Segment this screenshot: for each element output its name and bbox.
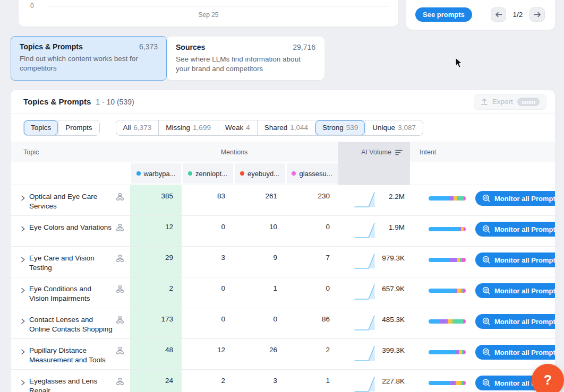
table-row[interactable]: Pupillary Distance Measurement and Tools…	[11, 339, 555, 370]
table-row[interactable]: Eyeglasses and Lens Repair 24 2 3 1 227.…	[11, 370, 555, 392]
toggle-prompts[interactable]: Prompts	[58, 120, 99, 135]
monitor-all-prompts-button[interactable]: @ Monitor all Prompts	[475, 191, 555, 206]
topic-name[interactable]: Contact Lenses and Online Contacts Shopp…	[29, 315, 113, 334]
mention-count: 0	[234, 308, 286, 338]
trend-sparkline	[353, 283, 378, 304]
filter-weak[interactable]: Weak4	[218, 120, 257, 135]
expand-chevron-icon[interactable]	[20, 224, 25, 234]
filter-label: Unique	[372, 124, 395, 132]
page-indicator: 1/2	[509, 11, 526, 19]
tab-description: See where LLMs find information about yo…	[176, 55, 315, 74]
mention-count: 0	[182, 216, 234, 246]
prompt-magnifier-icon: @	[482, 256, 491, 264]
brand-dot-icon	[188, 171, 192, 176]
mention-count: 385	[130, 185, 182, 215]
svg-text:@: @	[484, 195, 488, 200]
table-body: Optical and Eye Care Services 385 83 261…	[11, 185, 555, 392]
expand-chevron-icon[interactable]	[20, 378, 25, 388]
filter-shared[interactable]: Shared1,044	[257, 120, 315, 135]
filter-count: 539	[346, 124, 358, 132]
export-button[interactable]: Export soon	[474, 94, 546, 110]
soon-badge: soon	[517, 98, 540, 106]
intent-bar	[429, 381, 466, 385]
table-row[interactable]: Eye Conditions and Vision Impairments 2 …	[11, 277, 555, 308]
ai-volume-value: 227.8K	[378, 375, 405, 385]
topic-name[interactable]: Pupillary Distance Measurement and Tools	[29, 346, 113, 365]
brand-column-eyebuydirect[interactable]: eyebuyd...	[235, 163, 285, 184]
hierarchy-icon	[116, 347, 124, 356]
topic-name[interactable]: Eye Colors and Variations	[29, 223, 113, 232]
toggle-topics[interactable]: Topics	[24, 120, 58, 135]
monitor-all-prompts-button[interactable]: @ Monitor all Prompts	[475, 345, 555, 360]
ai-volume-value: 979.3K	[378, 252, 405, 262]
mention-count: 230	[286, 185, 338, 215]
monitor-button-label: Monitor all Prompts	[494, 195, 555, 203]
table-row[interactable]: Optical and Eye Care Services 385 83 261…	[11, 185, 555, 216]
prompt-magnifier-icon: @	[482, 379, 491, 387]
brand-column-warbyparker[interactable]: warbypa...	[131, 163, 181, 184]
upload-icon	[481, 98, 488, 106]
expand-chevron-icon[interactable]	[20, 286, 25, 295]
svg-text:@: @	[484, 226, 488, 231]
filter-label: Missing	[166, 124, 190, 132]
filter-label: All	[123, 124, 131, 132]
arrow-left-icon	[495, 12, 502, 18]
filter-label: Strong	[322, 124, 344, 132]
help-button[interactable]: ?	[532, 364, 564, 392]
topic-name[interactable]: Eyeglasses and Lens Repair	[29, 377, 113, 392]
mention-count: 83	[182, 185, 234, 215]
table-row[interactable]: Eye Colors and Variations 12 0 10 0 1.9M…	[11, 216, 555, 247]
filter-missing[interactable]: Missing1,699	[158, 120, 218, 135]
table-row[interactable]: Contact Lenses and Online Contacts Shopp…	[11, 308, 555, 339]
mention-count: 29	[130, 247, 182, 277]
monitor-all-prompts-button[interactable]: @ Monitor all Prompts	[475, 283, 555, 298]
topics-prompts-table-card: Topics & Prompts 1 - 10 (539) Export soo…	[11, 90, 555, 392]
expand-chevron-icon[interactable]	[20, 317, 25, 326]
view-toggle: Topics Prompts	[23, 120, 100, 136]
mention-count: 10	[234, 216, 286, 246]
mention-count: 2	[130, 277, 182, 308]
monitor-all-prompts-button[interactable]: @ Monitor all Prompts	[475, 222, 555, 237]
brand-column-glassesusa[interactable]: glassesu...	[287, 163, 338, 184]
mention-count: 12	[130, 216, 182, 246]
prompt-magnifier-icon: @	[482, 317, 491, 326]
mention-count: 0	[182, 308, 234, 338]
next-page-button[interactable]	[529, 7, 545, 22]
filter-unique[interactable]: Unique3,087	[365, 120, 423, 135]
tab-topics-and-prompts[interactable]: Topics & Prompts 6,373 Find out which co…	[11, 36, 167, 81]
mention-count: 9	[234, 247, 286, 277]
mention-count: 12	[182, 339, 234, 369]
prompts-actions-card: See prompts 1/2	[406, 0, 555, 30]
brand-column-zennioptical[interactable]: zenniopt...	[183, 163, 233, 184]
filter-all[interactable]: All6,373	[116, 120, 159, 135]
filter-count: 3,087	[398, 124, 416, 132]
topic-name[interactable]: Eye Conditions and Vision Impairments	[29, 284, 113, 303]
svg-text:@: @	[484, 288, 488, 292]
table-header: Topic Mentions AI Volume Intent warbypa.…	[11, 142, 555, 185]
prompt-magnifier-icon: @	[482, 348, 491, 356]
monitor-all-prompts-button[interactable]: @ Monitor all Prompts	[475, 314, 555, 329]
hierarchy-icon	[116, 316, 124, 326]
table-range: 1 - 10 (539)	[96, 98, 134, 106]
svg-text:@: @	[484, 257, 488, 262]
column-header-ai-volume[interactable]: AI Volume	[338, 142, 410, 162]
tab-sources[interactable]: Sources 29,716 See where LLMs find infor…	[167, 37, 324, 80]
hierarchy-icon	[116, 193, 124, 203]
topic-name[interactable]: Eye Care and Vision Testing	[29, 254, 113, 273]
column-header-topic: Topic	[11, 142, 130, 162]
monitor-all-prompts-button[interactable]: @ Monitor all Prompts	[475, 252, 555, 267]
expand-chevron-icon[interactable]	[20, 347, 25, 357]
see-prompts-button[interactable]: See prompts	[415, 7, 472, 22]
hierarchy-icon	[116, 255, 124, 264]
mention-count: 173	[130, 308, 182, 338]
expand-chevron-icon[interactable]	[20, 255, 25, 265]
brand-dot-icon	[240, 171, 244, 176]
trend-sparkline	[353, 375, 378, 392]
topic-name[interactable]: Optical and Eye Care Services	[29, 192, 113, 211]
prev-page-button[interactable]	[491, 7, 506, 22]
monitor-button-label: Monitor all Prompts	[494, 318, 555, 326]
table-row[interactable]: Eye Care and Vision Testing 29 3 9 7 979…	[11, 247, 555, 277]
tab-count: 6,373	[139, 42, 158, 51]
expand-chevron-icon[interactable]	[20, 194, 25, 203]
filter-strong[interactable]: Strong539	[315, 120, 365, 135]
